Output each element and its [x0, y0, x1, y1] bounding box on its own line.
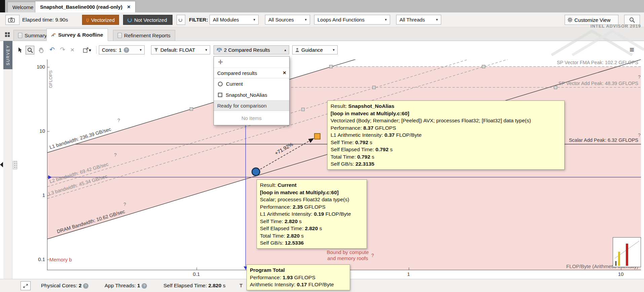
point-current[interactable] [252, 168, 260, 176]
compare-item-current[interactable]: Current [214, 78, 289, 89]
undo-icon[interactable]: ↶ [49, 45, 55, 54]
roof-help-icon[interactable]: ? [638, 132, 641, 138]
tab-snapshot-baseline[interactable]: Snapshot_Baseline000 (read-only) × [35, 1, 136, 12]
roof-handle[interactable] [373, 86, 376, 89]
result-value: Snapshot_NoAlias [348, 103, 394, 109]
tooltip-row: Total Time: 0.792 s [331, 153, 561, 161]
roof-help-icon[interactable]: ? [638, 74, 641, 80]
snapshot-camera-button[interactable] [5, 15, 20, 25]
roof-help-icon[interactable]: ? [114, 152, 117, 158]
redo-icon[interactable]: ↷ [60, 45, 65, 54]
filter-sources-dropdown[interactable]: All Sources ▾ [265, 15, 310, 25]
roofline-minimap[interactable] [613, 237, 641, 267]
checkbox-icon[interactable] [218, 93, 222, 97]
default-float-dropdown[interactable]: Default: FLOAT ▾ [151, 45, 210, 54]
tab-summary[interactable]: Summary [13, 30, 51, 41]
tab-welcome-label: Welcome [12, 4, 33, 10]
self-elapsed-unit: s [221, 283, 225, 288]
scales-icon [217, 47, 222, 52]
loop-description: Vectorized (Body; Remainder; [Peeled]) A… [331, 117, 561, 124]
roof-handle[interactable] [330, 65, 333, 68]
x-tick-label: 1 [407, 271, 410, 277]
result-value: Current [278, 182, 297, 188]
cores-label: Cores: [102, 47, 117, 53]
pane-collapse-icon[interactable] [0, 162, 3, 167]
tab-refinement-reports[interactable]: Refinement Reports [113, 30, 175, 41]
compare-item-noalias[interactable]: Snapshot_NoAlias [214, 89, 289, 100]
roof-handle[interactable] [190, 108, 193, 111]
survey-vertical-tab[interactable]: SURVEY [3, 41, 12, 69]
tooltip-row: Self Elapsed Time: 2.820 s [260, 225, 364, 232]
filter-label: FILTER: [189, 17, 208, 23]
chevron-down-icon: ▾ [330, 48, 335, 52]
intel-advisor-brand: INTEL ADVISOR 2019 [591, 24, 641, 29]
select-tool-button[interactable] [15, 46, 24, 54]
filter-threads-value: All Threads [400, 17, 425, 23]
y-tick-label: 100 [30, 64, 45, 70]
help-icon[interactable]: ? [83, 283, 88, 289]
vectorized-toggle[interactable]: Vectorized [82, 15, 119, 25]
export-button[interactable]: ▾ [81, 46, 93, 54]
tab-summary-label: Summary [25, 33, 47, 39]
roof-handle[interactable] [302, 108, 305, 111]
roof-label-FMA: SP Vector FMA Peak: 102.2 GFLOPS [557, 60, 638, 65]
tab-welcome[interactable]: Welcome [7, 2, 38, 12]
add-result-button[interactable]: + [214, 56, 289, 68]
roof-handle[interactable] [554, 86, 557, 89]
zoom-icon [27, 47, 33, 53]
elapsed-time-value: 9.90s [55, 17, 68, 23]
tab-survey-roofline[interactable]: Survey & Roofline [46, 29, 108, 41]
zoom-tool-button[interactable] [26, 46, 34, 54]
tooltip-row: Arithmetic Intensity: 0.17 FLOP/Byte [250, 281, 347, 288]
refresh-filter-button[interactable] [177, 15, 185, 25]
cores-dropdown[interactable]: Cores: 1 ? ▾ [99, 45, 145, 54]
physical-cores-status: Physical Cores: 2 ? [41, 283, 88, 289]
survey-vertical-label: SURVEY [6, 45, 10, 65]
help-icon[interactable]: ? [142, 283, 147, 289]
tooltip-row: Self Time: 2.820 s [260, 218, 364, 225]
tab-refinement-label: Refinement Reports [124, 33, 171, 39]
search-icon [629, 17, 635, 23]
tooltip-row: Total Time: 2.820 s [260, 232, 364, 240]
compare-item-current-label: Current [226, 81, 243, 87]
filter-threads-dropdown[interactable]: All Threads ▾ [396, 15, 441, 25]
roof-help-icon[interactable]: ? [117, 118, 120, 123]
filter-scope-dropdown[interactable]: Loops And Functions ▾ [314, 15, 390, 25]
chevron-down-icon: ▾ [433, 17, 438, 22]
window-tab-bar: Welcome Snapshot_Baseline000 (read-only)… [0, 0, 644, 12]
tooltip-noalias: Result: Snapshot_NoAlias [loop in matvec… [327, 100, 565, 170]
help-icon: ? [124, 47, 129, 53]
filter-modules-dropdown[interactable]: All Modules ▾ [210, 15, 259, 25]
loop-location: [loop in matvec at Multiply.c:60] [331, 110, 561, 117]
roof-help-icon[interactable]: ? [123, 202, 126, 207]
compared-results-title: Compared results [217, 70, 257, 76]
pan-tool-button[interactable] [37, 46, 45, 54]
app-threads-status: App Threads: 1 ? [105, 283, 147, 289]
splitter-grip[interactable] [13, 161, 17, 169]
chevron-down-icon: ▾ [137, 48, 142, 52]
close-tab-icon[interactable]: × [127, 4, 130, 10]
y-axis-label: GFLOPS [48, 70, 53, 88]
gear-icon [567, 17, 573, 23]
radio-icon[interactable] [218, 82, 223, 86]
zone-help-icon[interactable]: ? [371, 253, 374, 258]
elapsed-time-label: Elapsed time: [22, 17, 54, 23]
close-panel-icon[interactable]: × [283, 70, 286, 76]
y-tick-label: 0.1 [30, 256, 45, 262]
survey-side-strip: SURVEY [3, 41, 12, 279]
physical-cores-value: 2 [79, 283, 82, 288]
perspective-grid-icon[interactable] [5, 32, 10, 39]
chevron-down-icon: ▾ [302, 17, 307, 22]
cancel-zoom-icon[interactable]: × [70, 45, 74, 54]
expand-panel-button[interactable] [21, 281, 31, 290]
not-vectorized-toggle[interactable]: Not Vectorized [123, 15, 173, 25]
chevron-down-icon: ▾ [250, 17, 255, 22]
menu-icon[interactable]: ≡ [630, 45, 634, 54]
guidance-label: Guidance [301, 47, 323, 53]
point-noalias[interactable] [314, 133, 320, 139]
roof-handle[interactable] [482, 65, 485, 68]
toolbar-separator [96, 46, 97, 54]
guidance-dropdown[interactable]: Guidance ▾ [292, 45, 338, 54]
refresh-icon [179, 18, 182, 22]
compared-results-dropdown[interactable]: 2 Compared Results ▴ [214, 45, 289, 54]
